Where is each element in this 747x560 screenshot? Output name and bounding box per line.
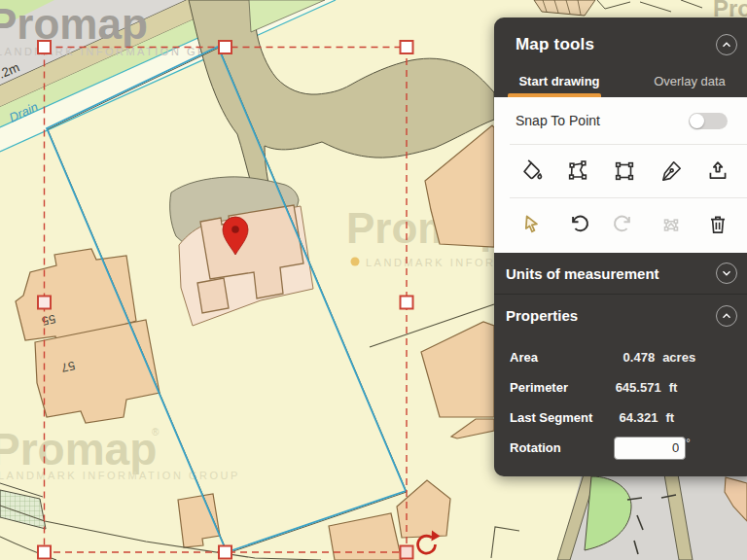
redo-button[interactable]	[601, 212, 648, 237]
panel-title: Map tools	[516, 35, 594, 54]
area-unit: acres	[655, 350, 699, 365]
perimeter-value: 645.571	[616, 380, 661, 395]
snap-to-point-row: Snap To Point	[494, 97, 747, 144]
units-section-title: Units of measurement	[506, 265, 659, 282]
units-expand-button[interactable]	[716, 262, 737, 284]
perimeter-label: Perimeter	[510, 380, 616, 395]
pen-icon	[658, 158, 684, 184]
last-segment-unit: ft	[658, 410, 700, 425]
map-application: Promap LANDMARK INFORMATION GROUP Promap…	[0, 0, 747, 560]
fill-tool-button[interactable]	[508, 158, 554, 184]
draw-rectangle-icon	[612, 158, 637, 184]
fill-icon	[518, 158, 544, 184]
svg-text:®: ®	[152, 427, 160, 438]
perimeter-row: Perimeter 645.571 ft	[494, 372, 747, 402]
panel-header: Map tools	[494, 18, 747, 64]
tab-overlay-data[interactable]: Overlay data	[624, 64, 747, 97]
selection-handle-top-mid[interactable]	[219, 41, 231, 53]
properties-collapse-button[interactable]	[716, 305, 737, 327]
undo-icon	[565, 212, 590, 237]
active-tab-underline	[508, 93, 601, 97]
draw-polygon-tool-button[interactable]	[554, 158, 601, 184]
transform-icon	[658, 212, 684, 237]
draw-rectangle-tool-button[interactable]	[601, 158, 648, 184]
selection-handle-bottom-left[interactable]	[38, 546, 51, 559]
properties-section-title: Properties	[506, 307, 578, 324]
rotation-label: Rotation	[510, 440, 614, 455]
selection-handle-bottom-right[interactable]	[401, 546, 413, 559]
redo-icon	[612, 212, 637, 237]
chevron-down-icon	[720, 266, 733, 280]
delete-button[interactable]	[694, 212, 741, 237]
section-units-of-measurement[interactable]: Units of measurement	[494, 253, 747, 294]
transform-tool-button[interactable]	[648, 212, 694, 237]
area-value: 0.478	[623, 350, 656, 365]
map-tools-panel: Map tools Start drawing Overlay data Sna…	[494, 18, 747, 476]
area-row: Area 0.478 acres	[494, 342, 747, 372]
rotation-row: Rotation °	[494, 433, 747, 463]
selection-handle-bottom-mid[interactable]	[219, 546, 231, 559]
perimeter-unit: ft	[661, 380, 703, 395]
pen-tool-button[interactable]	[648, 158, 694, 184]
selection-handle-mid-right[interactable]	[401, 297, 413, 309]
selection-handle-mid-left[interactable]	[38, 297, 51, 309]
tool-row-draw	[494, 145, 747, 197]
toggle-knob	[690, 114, 704, 128]
area-label: Area	[510, 350, 623, 365]
rotation-unit: °	[686, 433, 696, 448]
section-properties[interactable]: Properties	[494, 294, 747, 336]
svg-text:Promap: Promap	[0, 0, 148, 48]
undo-button[interactable]	[554, 212, 601, 237]
properties-body: Area 0.478 acres Perimeter 645.571 ft La…	[494, 336, 747, 463]
svg-text:LANDMARK INFORMATION GROUP: LANDMARK INFORMATION GROUP	[0, 470, 240, 481]
panel-collapse-button[interactable]	[716, 34, 737, 55]
chevron-up-icon	[720, 38, 733, 52]
trash-icon	[705, 212, 730, 237]
snap-to-point-label: Snap To Point	[516, 113, 600, 128]
last-segment-value: 64.321	[620, 410, 658, 425]
tab-overlay-data-label: Overlay data	[654, 74, 726, 88]
last-segment-label: Last Segment	[510, 410, 620, 425]
selection-handle-top-left[interactable]	[38, 41, 51, 53]
tab-start-drawing-label: Start drawing	[518, 74, 599, 88]
cursor-icon	[518, 212, 544, 237]
snap-to-point-toggle[interactable]	[689, 113, 728, 129]
tool-row-edit	[494, 198, 747, 251]
last-segment-row: Last Segment 64.321 ft	[494, 402, 747, 433]
panel-tabs: Start drawing Overlay data	[494, 64, 747, 97]
selection-handle-top-right[interactable]	[401, 41, 413, 53]
rotation-input[interactable]	[614, 437, 686, 460]
annex-building	[197, 278, 229, 313]
svg-text:Promap: Promap	[0, 424, 157, 474]
cursor-tool-button[interactable]	[508, 212, 554, 237]
tab-start-drawing[interactable]: Start drawing	[494, 64, 624, 97]
chevron-up-icon	[720, 309, 733, 323]
drawing-tools-area: Snap To Point	[494, 97, 747, 253]
bottom-right-map	[557, 474, 747, 560]
upload-tool-button[interactable]	[694, 158, 741, 184]
draw-polygon-icon	[565, 158, 590, 184]
upload-icon	[705, 158, 730, 184]
